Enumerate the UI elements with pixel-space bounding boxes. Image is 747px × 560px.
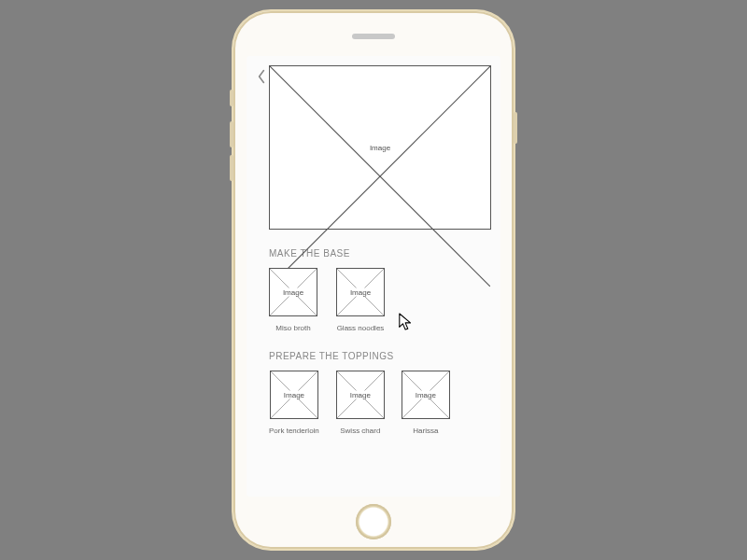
placeholder-label: Image [280, 391, 308, 399]
ingredient-card[interactable]: Image Harissa [402, 371, 450, 435]
base-row: Image Miso broth Image Glass noodles [269, 268, 491, 332]
placeholder-label: Image [366, 144, 394, 152]
ingredient-image-placeholder: Image [269, 268, 317, 316]
content-scroll[interactable]: Image MAKE THE BASE Image Miso broth [269, 62, 491, 497]
ingredient-card[interactable]: Image Miso broth [269, 268, 317, 332]
ingredient-caption: Swiss chard [340, 427, 380, 435]
placeholder-label: Image [412, 391, 440, 399]
ingredient-image-placeholder: Image [336, 268, 385, 316]
ingredient-card[interactable]: Image Swiss chard [336, 371, 385, 435]
ingredient-image-placeholder: Image [336, 371, 385, 419]
ingredient-caption: Glass noodles [337, 324, 385, 332]
phone-frame: Image MAKE THE BASE Image Miso broth [233, 11, 514, 549]
placeholder-label: Image [346, 288, 374, 297]
toppings-row: Image Pork tenderloin Image Swiss chard [269, 371, 491, 435]
volume-down-button[interactable] [230, 155, 233, 181]
ingredient-caption: Pork tenderloin [269, 427, 319, 435]
ingredient-image-placeholder: Image [402, 371, 450, 419]
hero-image-placeholder[interactable]: Image [269, 65, 491, 230]
chevron-left-icon [256, 69, 267, 84]
placeholder-label: Image [346, 391, 374, 399]
ingredient-caption: Harissa [413, 427, 438, 435]
ingredient-card[interactable]: Image Pork tenderloin [269, 371, 319, 435]
phone-speaker [352, 34, 395, 39]
section-title: MAKE THE BASE [269, 248, 491, 259]
mute-switch[interactable] [230, 90, 233, 106]
home-button[interactable] [356, 504, 391, 539]
ingredient-caption: Miso broth [275, 324, 310, 332]
section-title: PREPARE THE TOPPINGS [269, 351, 491, 361]
volume-up-button[interactable] [230, 121, 233, 147]
ingredient-image-placeholder: Image [270, 371, 318, 419]
power-button[interactable] [514, 112, 517, 144]
placeholder-label: Image [279, 288, 307, 297]
screen: Image MAKE THE BASE Image Miso broth [247, 56, 500, 497]
ingredient-card[interactable]: Image Glass noodles [336, 268, 385, 332]
